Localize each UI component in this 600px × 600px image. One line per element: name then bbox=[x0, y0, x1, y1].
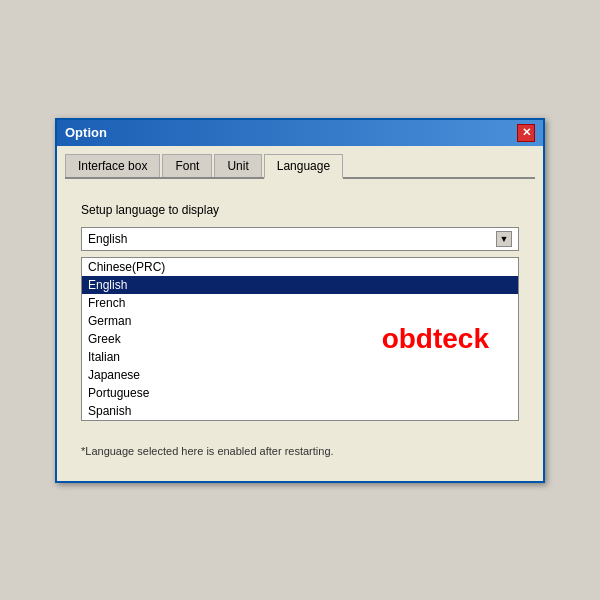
tabs-container: Interface box Font Unit Language bbox=[65, 154, 535, 179]
title-bar-buttons: ✕ bbox=[517, 124, 535, 142]
language-content: Setup language to display English ▼ Chin… bbox=[65, 191, 535, 473]
close-button[interactable]: ✕ bbox=[517, 124, 535, 142]
footer-note: *Language selected here is enabled after… bbox=[81, 441, 519, 461]
list-item[interactable]: Japanese bbox=[82, 366, 518, 384]
language-dropdown-container: English ▼ bbox=[81, 227, 519, 251]
list-item[interactable]: Chinese(PRC) bbox=[82, 258, 518, 276]
window-body: Interface box Font Unit Language Setup l… bbox=[57, 146, 543, 481]
dropdown-selected-value: English bbox=[88, 232, 127, 246]
tab-interface-box[interactable]: Interface box bbox=[65, 154, 160, 177]
language-dropdown[interactable]: English ▼ bbox=[81, 227, 519, 251]
listbox-wrapper: Chinese(PRC)EnglishFrenchGermanGreekItal… bbox=[81, 257, 519, 421]
dropdown-arrow-icon[interactable]: ▼ bbox=[496, 231, 512, 247]
option-window: Option ✕ Interface box Font Unit Languag… bbox=[55, 118, 545, 483]
language-listbox[interactable]: Chinese(PRC)EnglishFrenchGermanGreekItal… bbox=[81, 257, 519, 421]
list-item[interactable]: Greek bbox=[82, 330, 518, 348]
list-item[interactable]: English bbox=[82, 276, 518, 294]
tab-language[interactable]: Language bbox=[264, 154, 343, 179]
setup-label: Setup language to display bbox=[81, 203, 519, 217]
list-item[interactable]: Portuguese bbox=[82, 384, 518, 402]
list-item[interactable]: Spanish bbox=[82, 402, 518, 420]
tab-font[interactable]: Font bbox=[162, 154, 212, 177]
window-title: Option bbox=[65, 125, 107, 140]
tab-unit[interactable]: Unit bbox=[214, 154, 261, 177]
title-bar: Option ✕ bbox=[57, 120, 543, 146]
list-item[interactable]: French bbox=[82, 294, 518, 312]
list-item[interactable]: Italian bbox=[82, 348, 518, 366]
list-item[interactable]: German bbox=[82, 312, 518, 330]
background: Option ✕ Interface box Font Unit Languag… bbox=[0, 0, 600, 600]
